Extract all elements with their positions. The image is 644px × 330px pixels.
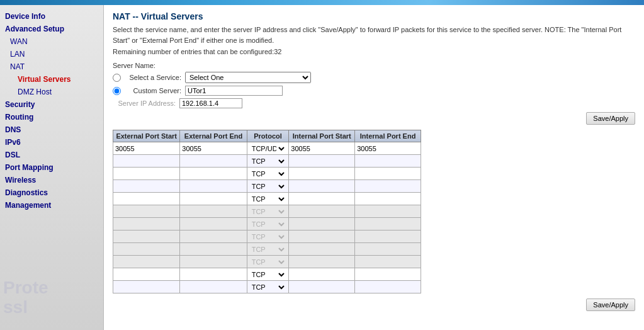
- sidebar-item-dns[interactable]: DNS: [0, 123, 103, 136]
- sidebar-item-lan[interactable]: LAN: [0, 48, 103, 60]
- ext-start-input[interactable]: [115, 220, 178, 228]
- ext-end-input[interactable]: [182, 283, 244, 291]
- table-row: TCP/UDPTCPUDP: [113, 281, 421, 293]
- sidebar-item-dsl[interactable]: DSL: [0, 149, 103, 161]
- protocol-select[interactable]: TCP/UDPTCPUDP: [249, 220, 287, 229]
- ext-end-input[interactable]: [182, 271, 244, 278]
- sidebar-item-virtual-servers[interactable]: Virtual Servers: [0, 73, 103, 86]
- protocol-select[interactable]: TCP/UDPTCPUDP: [249, 195, 287, 203]
- protocol-select[interactable]: TCP/UDPTCPUDP: [249, 270, 287, 279]
- custom-server-input[interactable]: [185, 86, 283, 96]
- sidebar-item-ipv6[interactable]: IPv6: [0, 136, 103, 149]
- ext-end-input[interactable]: [182, 220, 244, 228]
- sidebar-item-device-info[interactable]: Device Info: [0, 10, 103, 23]
- protocol-select[interactable]: TCP/UDPTCPUDP: [249, 182, 287, 191]
- int-start-input[interactable]: [291, 283, 353, 291]
- int-start-input[interactable]: [291, 208, 353, 215]
- custom-server-radio[interactable]: [113, 87, 121, 95]
- ext-end-input[interactable]: [182, 208, 244, 215]
- top-bar: [0, 0, 644, 5]
- table-row: TCP/UDPTCPUDP: [113, 193, 421, 205]
- select-service-radio[interactable]: [113, 74, 121, 82]
- service-select[interactable]: Select One: [185, 72, 311, 83]
- int-start-input[interactable]: [291, 195, 353, 203]
- int-start-input[interactable]: [291, 271, 353, 278]
- protocol-select[interactable]: TCP/UDPTCPUDP: [249, 157, 287, 166]
- ext-end-input[interactable]: [182, 258, 244, 266]
- save-apply-button-top[interactable]: Save/Apply: [586, 112, 635, 125]
- ext-end-input[interactable]: [182, 157, 244, 165]
- content-area: NAT -- Virtual Servers Select the servic…: [104, 5, 644, 330]
- int-start-input[interactable]: [291, 145, 353, 152]
- table-row: TCP/UDPTCPUDP: [113, 268, 421, 281]
- col-protocol: Protocol: [247, 130, 289, 142]
- sidebar-item-management[interactable]: Management: [0, 199, 103, 212]
- ext-start-input[interactable]: [115, 183, 178, 190]
- int-end-input[interactable]: [357, 145, 419, 152]
- protocol-select[interactable]: TCP/UDPTCPUDP: [249, 169, 287, 178]
- save-apply-button-bottom[interactable]: Save/Apply: [586, 299, 635, 311]
- ext-end-input[interactable]: [182, 183, 244, 190]
- int-end-input[interactable]: [357, 271, 419, 278]
- int-start-input[interactable]: [291, 258, 353, 266]
- int-start-input[interactable]: [291, 233, 353, 241]
- sidebar-item-diagnostics[interactable]: Diagnostics: [0, 186, 103, 199]
- int-start-input[interactable]: [291, 220, 353, 228]
- int-start-input[interactable]: [291, 246, 353, 253]
- sidebar-item-port-mapping[interactable]: Port Mapping: [0, 161, 103, 174]
- int-start-input[interactable]: [291, 157, 353, 165]
- int-end-input[interactable]: [357, 283, 419, 291]
- int-end-input[interactable]: [357, 258, 419, 266]
- virtual-servers-table: External Port Start External Port End Pr…: [113, 130, 421, 293]
- server-ip-label: Server IP Address:: [113, 100, 176, 107]
- int-end-input[interactable]: [357, 183, 419, 190]
- ext-end-input[interactable]: [182, 195, 244, 203]
- sidebar-item-nat[interactable]: NAT: [0, 60, 103, 73]
- protocol-select[interactable]: TCP/UDPTCPUDP: [249, 232, 287, 241]
- protocol-select[interactable]: TCP/UDPTCPUDP: [249, 207, 287, 216]
- int-end-input[interactable]: [357, 220, 419, 228]
- int-end-input[interactable]: [357, 233, 419, 241]
- table-row: TCP/UDPTCPUDP: [113, 155, 421, 168]
- int-start-input[interactable]: [291, 170, 353, 178]
- ext-start-input[interactable]: [115, 145, 178, 152]
- description-line1: Select the service name, and enter the s…: [113, 25, 635, 35]
- main-layout: Device InfoAdvanced SetupWANLANNATVirtua…: [0, 5, 644, 330]
- protocol-select[interactable]: TCP/UDPTCPUDP: [249, 258, 287, 266]
- sidebar-item-dmz-host[interactable]: DMZ Host: [0, 86, 103, 98]
- int-end-input[interactable]: [357, 157, 419, 165]
- server-ip-input[interactable]: [179, 98, 242, 108]
- int-end-input[interactable]: [357, 195, 419, 203]
- ext-start-input[interactable]: [115, 246, 178, 253]
- ext-start-input[interactable]: [115, 283, 178, 291]
- sidebar-item-wan[interactable]: WAN: [0, 35, 103, 48]
- select-service-label: Select a Service:: [125, 74, 181, 81]
- ext-start-input[interactable]: [115, 258, 178, 266]
- table-row: TCP/UDPTCPUDP: [113, 256, 421, 268]
- int-end-input[interactable]: [357, 208, 419, 215]
- ext-start-input[interactable]: [115, 170, 178, 178]
- sidebar-item-wireless[interactable]: Wireless: [0, 174, 103, 186]
- table-header-row: External Port Start External Port End Pr…: [113, 130, 421, 142]
- sidebar-item-security[interactable]: Security: [0, 98, 103, 111]
- table-row: TCP/UDPTCPUDP: [113, 180, 421, 193]
- protocol-select[interactable]: TCP/UDPTCPUDP: [249, 245, 287, 254]
- int-end-input[interactable]: [357, 246, 419, 253]
- ext-start-input[interactable]: [115, 271, 178, 278]
- ext-start-input[interactable]: [115, 195, 178, 203]
- protocol-select[interactable]: TCP/UDPTCPUDP: [249, 144, 287, 153]
- sidebar-item-advanced-setup[interactable]: Advanced Setup: [0, 23, 103, 35]
- int-end-input[interactable]: [357, 170, 419, 178]
- server-name-section: Server Name: Select a Service: Select On…: [113, 62, 635, 108]
- ext-start-input[interactable]: [115, 233, 178, 241]
- ext-end-input[interactable]: [182, 145, 244, 152]
- table-row: TCP/UDPTCPUDP: [113, 168, 421, 180]
- sidebar-item-routing[interactable]: Routing: [0, 111, 103, 123]
- ext-start-input[interactable]: [115, 157, 178, 165]
- protocol-select[interactable]: TCP/UDPTCPUDP: [249, 283, 287, 292]
- ext-end-input[interactable]: [182, 246, 244, 253]
- int-start-input[interactable]: [291, 183, 353, 190]
- ext-end-input[interactable]: [182, 170, 244, 178]
- ext-start-input[interactable]: [115, 208, 178, 215]
- ext-end-input[interactable]: [182, 233, 244, 241]
